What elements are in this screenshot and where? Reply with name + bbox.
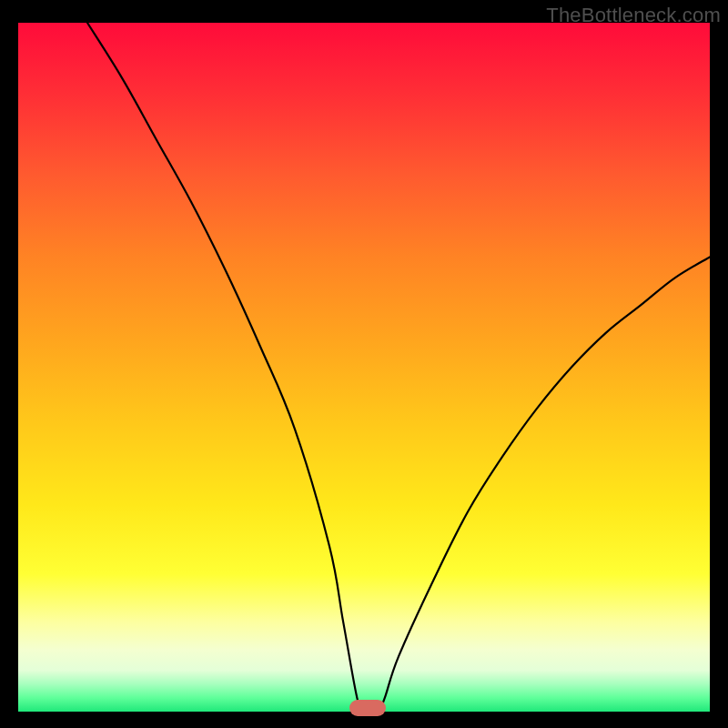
optimal-point-marker <box>349 700 386 716</box>
watermark-text: TheBottleneck.com <box>546 4 721 27</box>
plot-area <box>18 23 710 712</box>
bottleneck-curve <box>18 23 710 712</box>
chart-frame: TheBottleneck.com <box>0 0 728 728</box>
